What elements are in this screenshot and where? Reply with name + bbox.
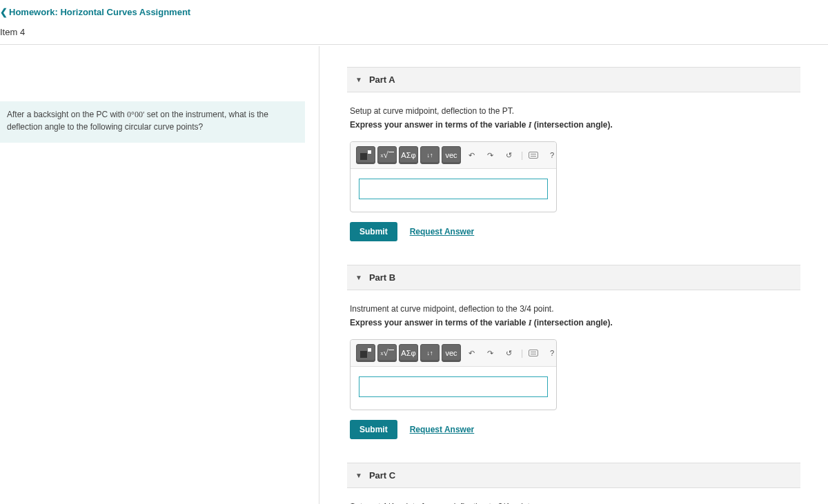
answer-input-wrap [351,367,556,410]
question-box: After a backsight on the PC with 0°00′ s… [0,101,305,143]
redo-button[interactable]: ↷ [482,146,498,164]
submit-row: Submit Request Answer [350,222,798,241]
item-title: Item 4 [0,23,828,44]
templates-button[interactable] [356,146,375,164]
answer-toolbar: x√ ΑΣφ ↓↑ vec ↶ ↷ ↺ | ? [351,142,556,169]
question-column: After a backsight on the PC with 0°00′ s… [0,46,319,504]
xroot-button[interactable]: x√ [377,344,397,362]
part-content: Setup at curve midpoint, deflection to t… [347,106,800,241]
keyboard-button[interactable] [525,344,542,362]
caret-down-icon: ▼ [355,472,362,479]
part-description: Setup at curve midpoint, deflection to t… [350,106,798,116]
redo-button[interactable]: ↷ [482,344,498,362]
caret-down-icon: ▼ [355,76,362,83]
part-content: Instrument at curve midpoint, deflection… [347,304,800,439]
request-answer-link[interactable]: Request Answer [410,227,475,236]
part-instruction: Express your answer in terms of the vari… [350,318,798,328]
vector-button[interactable]: vec [442,146,461,164]
divider [0,44,828,45]
keyboard-button[interactable] [525,146,542,164]
part-block-c: ▼ Part C Setup at 1/4 point of curve, de… [347,463,800,504]
subscript-button[interactable]: ↓↑ [420,146,440,164]
submit-button[interactable]: Submit [350,222,397,241]
keyboard-icon [529,152,538,159]
part-title: Part B [369,272,395,283]
greek-button[interactable]: ΑΣφ [399,344,418,362]
part-header[interactable]: ▼ Part A [347,67,800,92]
question-text-before: After a backsight on the PC with [7,110,127,119]
vector-button[interactable]: vec [442,344,461,362]
part-block-b: ▼ Part B Instrument at curve midpoint, d… [347,265,800,439]
breadcrumb-label: Homework: Horizontal Curves Assignment [9,7,190,17]
answers-column: ▼ Part A Setup at curve midpoint, deflec… [319,46,828,504]
keyboard-icon [529,350,538,356]
toolbar-separator: | [521,150,523,160]
greek-button[interactable]: ΑΣφ [399,146,418,164]
answer-input-wrap [351,169,556,212]
submit-button[interactable]: Submit [350,420,397,439]
part-instruction: Express your answer in terms of the vari… [350,120,798,130]
answer-panel: x√ ΑΣφ ↓↑ vec ↶ ↷ ↺ | ? [350,339,557,410]
part-header[interactable]: ▼ Part C [347,463,800,488]
reset-button[interactable]: ↺ [500,146,517,164]
reset-button[interactable]: ↺ [500,344,517,362]
answer-panel: x√ ΑΣφ ↓↑ vec ↶ ↷ ↺ | ? [350,141,557,212]
part-header[interactable]: ▼ Part B [347,265,800,290]
templates-button[interactable] [356,344,375,362]
undo-button[interactable]: ↶ [463,146,480,164]
part-block-a: ▼ Part A Setup at curve midpoint, deflec… [347,67,800,241]
breadcrumb[interactable]: ❮Homework: Horizontal Curves Assignment [0,0,828,23]
help-button[interactable]: ? [544,344,560,362]
question-angle: 0°00′ [127,110,144,119]
part-title: Part A [369,74,395,85]
request-answer-link[interactable]: Request Answer [410,425,475,434]
subscript-button[interactable]: ↓↑ [420,344,440,362]
answer-input[interactable] [359,179,548,199]
help-button[interactable]: ? [544,146,560,164]
xroot-button[interactable]: x√ [377,146,397,164]
answer-input[interactable] [359,376,548,397]
part-title: Part C [369,470,395,481]
answer-toolbar: x√ ΑΣφ ↓↑ vec ↶ ↷ ↺ | ? [351,340,556,367]
chevron-left-icon: ❮ [0,7,8,17]
submit-row: Submit Request Answer [350,420,798,439]
toolbar-separator: | [521,348,523,358]
caret-down-icon: ▼ [355,274,362,281]
undo-button[interactable]: ↶ [463,344,480,362]
part-description: Instrument at curve midpoint, deflection… [350,304,798,314]
